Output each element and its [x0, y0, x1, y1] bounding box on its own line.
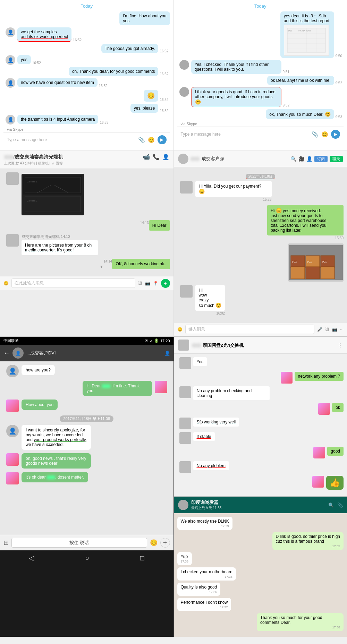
plus-icon[interactable]: +: [160, 538, 170, 548]
user-icon[interactable]: 👤: [306, 156, 312, 162]
phone-header: ← 👤 ...成交客户DVI 👤: [0, 345, 174, 361]
time-label: 16:52: [160, 72, 168, 76]
wechat-bubble: Hi Dear: [149, 220, 170, 231]
wa-contact-status: 最后上线今天 11:35: [191, 506, 222, 510]
wechat-msg-row: OK, 8channels working ok.. 14:14 ▼: [3, 259, 170, 269]
status-bar: 中国联通 ☉ ⊿ 🔋 17:20: [0, 337, 174, 345]
wa-contact-info: 印度询哟发器 最后上线今天 11:35: [191, 499, 222, 510]
wa-msg-row: I checked your motherboard 17:36: [177, 567, 344, 581]
msg-row: 9:53 ok, Thank you so much Dear. 😊: [177, 109, 344, 119]
contact-avatar: [178, 340, 189, 351]
emoji-btn[interactable]: 😊: [177, 327, 183, 332]
rb-bubble: No any problem checking and cleaning: [193, 386, 270, 400]
phone-avatar: 👤: [6, 425, 19, 437]
emoji-btn[interactable]: 😊: [150, 539, 158, 547]
wechat-bubble: OK, 8channels working ok..: [112, 259, 170, 269]
attachment-icon[interactable]: 📎: [312, 131, 319, 138]
chevron-down-icon[interactable]: ▼: [100, 264, 104, 269]
msg-content: Hi 😊 yes money received. just now send y…: [267, 205, 344, 240]
wa-msg-row: Performance I don't know 17:37: [177, 598, 344, 611]
wechat-bubble: Here are the pictures from your 8 ch med…: [22, 240, 98, 255]
phone-icon[interactable]: 📞: [153, 154, 160, 160]
msg-row: 👤 the transmit os is 4 input Analog came…: [3, 115, 170, 124]
wechat-bubble: Hi Yilia. Did you get our payment? 😊: [195, 181, 272, 197]
avatar: 👤: [6, 27, 15, 37]
msg-row: 9:52 ok Dear. anyt time is ok with me.: [177, 76, 344, 85]
bubble: I think your goods is good. If I can int…: [191, 87, 281, 107]
more-icon[interactable]: ···: [340, 327, 344, 332]
image-icon[interactable]: 🖼: [138, 281, 142, 286]
mic-icon[interactable]: 🎤: [317, 327, 322, 332]
avatar: 👤: [6, 115, 15, 124]
svg-text:BOX: BOX: [292, 260, 297, 263]
test-report-image: 数据 功率 光效 流失量: [284, 25, 329, 56]
image-icon[interactable]: 🖼: [325, 327, 329, 332]
back-btn[interactable]: ←: [3, 350, 10, 357]
bubble: Yes. I checked. Thank you! If I find oth…: [191, 60, 281, 74]
hold-to-talk-btn[interactable]: 按住 说话: [11, 538, 147, 548]
person-icon[interactable]: 👤: [164, 351, 170, 356]
camera-icon[interactable]: 📷: [332, 327, 337, 332]
svg-rect-10: [23, 175, 82, 195]
keyboard-icon[interactable]: ⊞: [3, 539, 9, 547]
wa-msg-row: D link is good. so thier price is highcu…: [177, 532, 344, 550]
recent-nav-btn[interactable]: □: [140, 554, 144, 562]
battery-icon: 🔋: [154, 338, 159, 343]
wa-msg-row: We also mostly use DLNK 17:29: [177, 517, 344, 530]
video-icon[interactable]: 📹: [143, 154, 150, 160]
rb-bubble: Yes: [193, 357, 207, 366]
wa-time: 17:38: [260, 626, 340, 629]
svg-rect-23: [321, 267, 335, 279]
msg-row: 👤 now we have one question fro new item …: [3, 78, 170, 88]
attachment-icon[interactable]: 📎: [138, 137, 145, 143]
phone-bubble: how are you?: [22, 365, 55, 375]
svg-text:Camera 1: Camera 1: [27, 180, 37, 183]
bubble: now we have one question fro new item: [17, 78, 98, 87]
input-placeholder[interactable]: 在此处输入消息: [11, 278, 135, 288]
title-label: 泰国闸盘2光4交换机: [203, 343, 244, 348]
msg-row: I'm fine, How about youyes: [3, 11, 170, 25]
avatar: 👤: [6, 78, 15, 88]
send-button[interactable]: ▶: [158, 135, 167, 144]
home-nav-btn[interactable]: ○: [85, 554, 89, 562]
blurred-name: ■■■■: [4, 155, 14, 159]
back-nav-btn[interactable]: ◁: [29, 554, 34, 562]
avatar: 👤: [6, 55, 15, 65]
wa-time: 17:36: [181, 590, 217, 594]
menu-icon[interactable]: ⋮: [337, 342, 343, 349]
msg-row: 👤 we get the samplesand its ok working p…: [3, 27, 170, 42]
wa-search-icon[interactable]: 🔍: [328, 503, 334, 508]
rb-body: Yes network any problem ? No any problem…: [174, 354, 347, 496]
search-icon[interactable]: 🔍: [290, 156, 296, 162]
wa-bubble: Thank you so much for your good comments…: [257, 613, 344, 631]
wechat-body: Camera 1 Camera 2 Hi Dear 14:13: [0, 169, 174, 276]
rb-avatar: [179, 357, 191, 369]
carrier-label: 中国联通: [3, 338, 19, 343]
rb-avatar: [312, 476, 324, 488]
add-button[interactable]: +: [161, 279, 170, 288]
phone-body: 👤 how are you? Hi Dear ■■■■, I'm fine. T…: [0, 361, 174, 535]
emoji-icon[interactable]: 😊: [321, 131, 328, 138]
photo-icon[interactable]: 📷: [145, 281, 150, 286]
right-bottom-panel: ■■■■ 泰国闸盘2光4交换机 ⋮ Yes network any proble…: [174, 337, 347, 637]
emoji-btn[interactable]: 😊: [3, 281, 9, 286]
emoji-icon[interactable]: 😊: [148, 137, 155, 143]
wechat-time: 15:23: [195, 198, 272, 201]
wa-msg-row: Yup 17:36: [177, 552, 344, 565]
location-icon[interactable]: 📍: [153, 281, 158, 286]
chat-btn[interactable]: 聊天: [330, 156, 343, 162]
profile-icon[interactable]: 👤: [162, 154, 169, 160]
input-placeholder[interactable]: Type a message here: [7, 137, 135, 142]
wa-attach-icon[interactable]: 📎: [337, 503, 343, 508]
time-label: 9:53: [336, 115, 342, 119]
time-label: 9:52: [336, 81, 342, 85]
input-placeholder[interactable]: 键入消息: [185, 325, 314, 334]
rb-bubble: It stable: [193, 432, 215, 441]
wechat-time: 16:02: [195, 311, 225, 315]
input-placeholder[interactable]: Type a message here: [181, 132, 309, 137]
video-icon[interactable]: 🎥: [298, 156, 304, 162]
svg-rect-22: [306, 267, 320, 279]
send-button[interactable]: ▶: [331, 130, 340, 139]
wechat-avatar: [6, 234, 19, 247]
follow-btn[interactable]: 订阅: [314, 156, 328, 162]
